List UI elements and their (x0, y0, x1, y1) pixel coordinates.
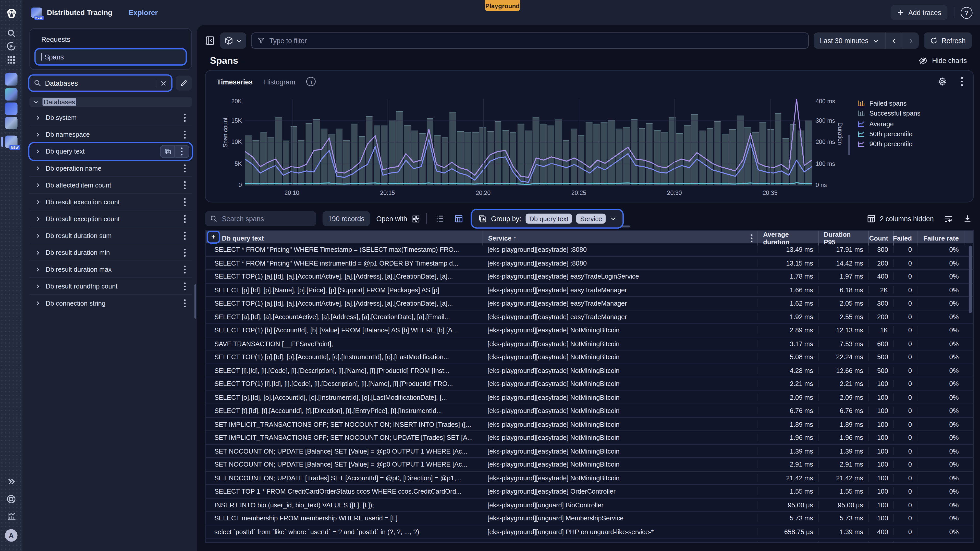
table-row[interactable]: SAVE TRANSACTION [__EFSavePoint];[eks-pl… (206, 337, 973, 351)
chevron-right-icon[interactable] (35, 283, 41, 289)
kebab-menu-icon[interactable] (181, 198, 189, 206)
legend-item-average[interactable]: Average (858, 118, 921, 129)
sidebar-item-db-result-duration-sum[interactable]: Db result duration sum (29, 227, 192, 244)
kebab-menu-icon[interactable] (750, 234, 752, 242)
columns-hidden-button[interactable]: 2 columns hidden (867, 214, 934, 223)
edit-filter-button[interactable] (176, 76, 192, 91)
sidebar-item-db-system[interactable]: Db system (29, 110, 192, 126)
table-row[interactable]: SELECT * FROM "Pricing" WHERE instrument… (206, 256, 973, 270)
table-row[interactable]: SELECT TOP(1) [i].[Id], [i].[Code], [i].… (206, 377, 973, 391)
legend-item-90th-percentile[interactable]: 90th percentile (858, 139, 921, 149)
timeframe-forward-button[interactable] (902, 32, 919, 49)
sidebar-item-db-affected-item-count[interactable]: Db affected item count (29, 177, 192, 194)
sidebar-item-db-result-roundtrip-count[interactable]: Db result roundtrip count (29, 278, 192, 295)
add-column-button[interactable]: + (208, 231, 219, 242)
filter-input[interactable]: Type to filter (251, 32, 808, 49)
column-header-service[interactable]: Service ↑ (483, 230, 758, 246)
apps-grid-icon[interactable] (0, 54, 22, 65)
chevron-right-icon[interactable] (35, 114, 41, 120)
group-by-control[interactable]: Group by: Db query text Service (472, 210, 623, 227)
table-row[interactable]: SET NOCOUNT ON; UPDATE [Balance] SET [Va… (206, 458, 973, 472)
table-row[interactable]: SELECT [a].[Id], [a].[AccountActive], [a… (206, 310, 973, 324)
automations-icon[interactable] (0, 41, 22, 52)
table-row[interactable]: SELECT [p].[Id], [p].[Name], [p].[Price]… (206, 283, 973, 297)
table-row[interactable]: SELECT [t].[Id], [t].[AccountId], [t].[D… (206, 404, 973, 418)
kebab-menu-icon[interactable] (961, 77, 963, 86)
sidebar-item-db-query-text[interactable]: Db query text (29, 143, 192, 160)
app-distributed-tracing-icon[interactable]: NEW (0, 135, 22, 149)
kebab-menu-icon[interactable] (181, 231, 189, 240)
app-charts-icon[interactable] (0, 87, 22, 101)
sidebar-item-db-result-duration-max[interactable]: Db result duration max (29, 261, 192, 278)
table-row[interactable]: SELECT TOP 1 * FROM CreditCardOrderStatu… (206, 485, 973, 498)
tab-timeseries[interactable]: Timeseries (217, 78, 253, 85)
table-row[interactable]: select `postId`, count(*) as likeCount f… (206, 538, 973, 543)
sidebar-item-db-operation-name[interactable]: Db operation name (29, 160, 192, 177)
search-spans-input[interactable]: Search spans (205, 211, 316, 226)
timeframe-dropdown[interactable]: Last 30 minutes (814, 32, 885, 49)
support-lifebuoy-icon[interactable] (0, 494, 22, 505)
chevron-right-icon[interactable] (35, 182, 41, 188)
chevron-right-icon[interactable] (35, 165, 41, 171)
sidebar-item-db-connection-string[interactable]: Db connection string (29, 295, 192, 311)
sidebar-item-db-result-exception-count[interactable]: Db result exception count (29, 210, 192, 227)
kebab-menu-icon[interactable] (174, 145, 189, 157)
table-view-icon[interactable] (454, 214, 463, 223)
column-header-failure-rate[interactable]: Failure rate (917, 230, 964, 246)
usage-chart-icon[interactable] (0, 510, 22, 522)
table-row[interactable]: SET NOCOUNT ON; UPDATE [Balance] SET [Va… (206, 445, 973, 458)
sidebar-scrollbar[interactable] (194, 284, 196, 319)
app-services-icon[interactable] (0, 116, 22, 130)
legend-item-failed-spans[interactable]: Failed spans (858, 98, 921, 108)
add-traces-button[interactable]: Add traces (891, 5, 948, 20)
chevron-right-icon[interactable] (35, 199, 41, 205)
spans-input[interactable]: Spans (36, 49, 186, 64)
legend-item-successful-spans[interactable]: Successful spans (858, 108, 921, 118)
timeframe-back-button[interactable] (885, 32, 902, 49)
list-view-icon[interactable] (435, 214, 444, 223)
attribute-search-input[interactable]: Databases (29, 76, 171, 91)
kebab-menu-icon[interactable] (181, 265, 189, 273)
column-header-average-duration[interactable]: Average duration (757, 230, 818, 246)
kebab-menu-icon[interactable] (181, 282, 189, 290)
requests-item[interactable]: Requests (35, 33, 186, 49)
refresh-button[interactable]: Refresh (924, 32, 972, 49)
chevron-right-icon[interactable] (35, 216, 41, 221)
collapse-sidebar-icon[interactable] (205, 36, 215, 46)
table-row[interactable]: SET NOCOUNT ON; UPDATE [Trades] SET [Acc… (206, 472, 973, 485)
column-header-count[interactable]: Count (868, 230, 893, 246)
kebab-menu-icon[interactable] (181, 214, 189, 223)
table-row[interactable]: SELECT [o].[Id], [o].[AccountId], [o].[I… (206, 391, 973, 404)
wrap-text-icon[interactable] (944, 214, 953, 224)
hide-charts-button[interactable]: Hide charts (919, 56, 967, 65)
tab-histogram[interactable]: Histogram (264, 78, 295, 85)
expand-rail-icon[interactable] (0, 476, 22, 487)
attribute-group-header[interactable]: Databases (29, 97, 192, 107)
sidebar-item-db-result-duration-min[interactable]: Db result duration min (29, 245, 192, 261)
group-chip-service[interactable]: Service (576, 214, 606, 224)
avatar[interactable]: A (0, 529, 22, 542)
app-infrastructure-icon[interactable] (0, 73, 22, 86)
column-header-duration-p95[interactable]: Duration P95 (818, 230, 868, 246)
chevron-right-icon[interactable] (35, 233, 41, 238)
playground-badge[interactable]: Playground (485, 0, 520, 11)
open-with-button[interactable]: Open with (376, 214, 420, 223)
chevron-right-icon[interactable] (35, 249, 41, 255)
table-row[interactable]: SELECT TOP(1) [a].[Id], [a].[AccountActi… (206, 270, 973, 283)
table-row[interactable]: SELECT membership FROM membership WHERE … (206, 512, 973, 525)
copy-attribute-icon[interactable] (161, 145, 174, 157)
search-icon[interactable] (0, 27, 22, 39)
download-icon[interactable] (963, 214, 972, 223)
table-row[interactable]: SET IMPLICIT_TRANSACTIONS OFF; SET NOCOU… (206, 431, 973, 445)
kebab-menu-icon[interactable] (181, 299, 189, 307)
table-row[interactable]: select `postId` from `like` where `userI… (206, 525, 973, 538)
chevron-right-icon[interactable] (35, 266, 41, 272)
table-row[interactable]: INSERT INTO bio (user_id, bio_text) VALU… (206, 498, 973, 512)
chevron-right-icon[interactable] (35, 132, 41, 137)
group-chip-db-query-text[interactable]: Db query text (525, 214, 572, 224)
table-row[interactable]: SELECT TOP(1) [a].[Id], [a].[AccountActi… (206, 297, 973, 310)
table-scrollbar[interactable] (969, 245, 972, 313)
kebab-menu-icon[interactable] (181, 181, 189, 189)
info-icon[interactable]: i (307, 77, 316, 86)
chevron-right-icon[interactable] (35, 148, 41, 154)
